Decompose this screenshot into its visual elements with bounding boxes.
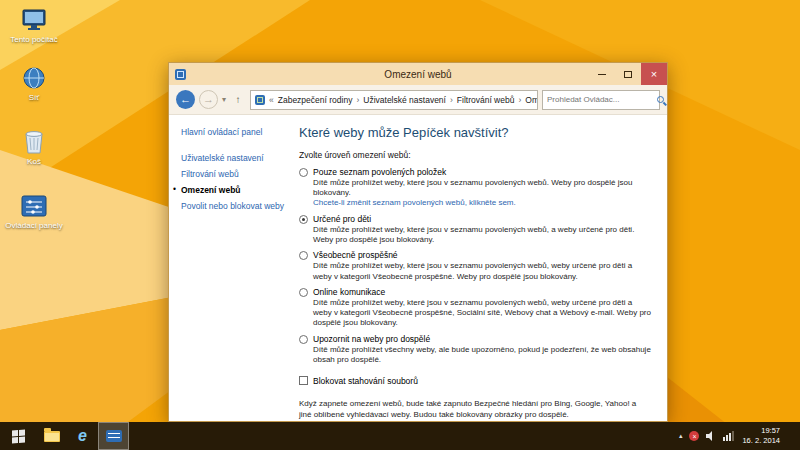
folder-icon <box>44 431 60 442</box>
desktop-icon-label: Síť <box>4 93 64 102</box>
option-label[interactable]: Všeobecně prospěšné <box>313 250 653 260</box>
chevron-up-icon: ▴ <box>679 432 683 439</box>
block-downloads-row[interactable]: Blokovat stahování souborů <box>299 376 653 386</box>
network-icon[interactable] <box>723 427 735 445</box>
breadcrumb-item-web-filtering[interactable]: Filtrování webů <box>457 95 515 105</box>
current-page-bullet-icon: • <box>173 184 176 194</box>
back-icon: ← <box>180 94 191 105</box>
clock-date: 16. 2. 2014 <box>742 436 780 446</box>
control-panel-icon <box>19 192 49 219</box>
breadcrumb-item-family-safety[interactable]: Zabezpečení rodiny <box>278 95 353 105</box>
search-box[interactable] <box>542 90 660 110</box>
sidebar: Hlavní ovládací panel Uživatelské nastav… <box>169 115 293 421</box>
close-button[interactable]: × <box>641 63 667 85</box>
taskbar-control-panel-active[interactable] <box>98 422 129 450</box>
option-description: Dítě může prohlížet weby, které jsou v s… <box>313 261 653 281</box>
option-description: Dítě může prohlížet weby, které jsou v s… <box>313 225 653 245</box>
minimize-button[interactable] <box>589 63 615 85</box>
radio-online-communication[interactable] <box>299 288 308 297</box>
restriction-level-label: Zvolte úroveň omezení webů: <box>299 150 653 160</box>
control-panel-icon <box>106 430 122 442</box>
internet-explorer-icon: e <box>78 428 87 444</box>
window-titlebar[interactable]: Omezení webů × <box>169 63 667 85</box>
page-title: Které weby může Pepíček navštívit? <box>299 125 653 140</box>
breadcrumb-separator-icon: › <box>517 95 522 105</box>
option-designed-for-children[interactable]: Určené pro děti Dítě může prohlížet weby… <box>299 214 653 245</box>
windows-logo-icon <box>12 429 25 443</box>
radio-warn-on-adult[interactable] <box>299 335 308 344</box>
globe-icon <box>19 64 49 91</box>
taskbar: e ▴ × 19:57 16. 2. 2014 <box>0 422 800 450</box>
up-button[interactable]: ↑ <box>230 94 246 105</box>
close-icon: × <box>651 68 657 80</box>
main-content: Které weby může Pepíček navštívit? Zvolt… <box>293 115 667 421</box>
option-online-communication[interactable]: Online komunikace Dítě může prohlížet we… <box>299 287 653 329</box>
search-input[interactable] <box>547 95 657 104</box>
computer-icon <box>19 6 49 33</box>
sidebar-item-web-restrictions: •Omezení webů <box>181 185 293 195</box>
forward-button[interactable]: → <box>199 90 218 109</box>
radio-allow-list-only[interactable] <box>299 168 308 177</box>
breadcrumb-separator-icon: › <box>449 95 454 105</box>
desktop-icon-recycle-bin[interactable]: Koš <box>4 128 64 166</box>
option-label[interactable]: Určené pro děti <box>313 214 653 224</box>
hidden-icons-button[interactable]: ▴ <box>679 432 683 440</box>
recycle-bin-icon <box>19 128 49 155</box>
maximize-button[interactable] <box>615 63 641 85</box>
control-panel-window: Omezení webů × ← → ▾ ↑ « Zabezpečení rod… <box>168 62 668 422</box>
maximize-icon <box>624 71 632 78</box>
taskbar-clock[interactable]: 19:57 16. 2. 2014 <box>742 426 780 446</box>
radio-designed-for-children[interactable] <box>299 215 308 224</box>
safe-search-note: Když zapnete omezení webů, bude také zap… <box>299 399 653 421</box>
sidebar-item-allow-block-websites[interactable]: Povolit nebo blokovat weby <box>181 201 293 211</box>
action-center-alert-icon[interactable]: × <box>689 431 699 441</box>
option-general-interest[interactable]: Všeobecně prospěšné Dítě může prohlížet … <box>299 250 653 281</box>
option-description: Dítě může prohlížet všechny weby, ale bu… <box>313 345 653 365</box>
taskbar-internet-explorer[interactable]: e <box>67 422 98 450</box>
system-tray: ▴ × 19:57 16. 2. 2014 <box>679 422 800 450</box>
search-icon <box>657 96 664 103</box>
option-description: Dítě může prohlížet weby, které jsou v s… <box>313 298 653 329</box>
radio-general-interest[interactable] <box>299 251 308 260</box>
volume-icon[interactable] <box>706 427 716 445</box>
option-description: Dítě může prohlížet weby, které jsou v s… <box>313 178 653 198</box>
desktop-icon-this-pc[interactable]: Tento počítač <box>4 6 64 44</box>
desktop-icon-network[interactable]: Síť <box>4 64 64 102</box>
block-downloads-checkbox[interactable] <box>299 376 308 385</box>
breadcrumb[interactable]: « Zabezpečení rodiny › Uživatelské nasta… <box>250 90 538 110</box>
option-warn-on-adult[interactable]: Upozornit na weby pro dospělé Dítě může … <box>299 334 653 365</box>
option-label[interactable]: Pouze seznam povolených položek <box>313 167 653 177</box>
desktop-icon-control-panel[interactable]: Ovládací panely <box>4 192 64 230</box>
sidebar-item-user-settings[interactable]: Uživatelské nastavení <box>181 153 293 163</box>
breadcrumb-separator-icon: › <box>355 95 360 105</box>
edit-allow-list-link[interactable]: Chcete-li změnit seznam povolených webů,… <box>313 198 653 208</box>
checkbox-label[interactable]: Blokovat stahování souborů <box>313 376 418 386</box>
option-label[interactable]: Upozornit na weby pro dospělé <box>313 334 653 344</box>
sidebar-item-control-panel-home[interactable]: Hlavní ovládací panel <box>181 127 293 137</box>
breadcrumb-overflow-icon[interactable]: « <box>268 95 275 105</box>
back-button[interactable]: ← <box>176 90 195 109</box>
breadcrumb-item-user-settings[interactable]: Uživatelské nastavení <box>363 95 446 105</box>
sidebar-item-web-filtering[interactable]: Filtrování webů <box>181 169 293 179</box>
desktop-icon-label: Tento počítač <box>4 35 64 44</box>
forward-icon: → <box>203 94 214 105</box>
up-arrow-icon: ↑ <box>236 94 241 105</box>
breadcrumb-item-web-restrictions[interactable]: Omezení webů <box>525 95 538 105</box>
taskbar-file-explorer[interactable] <box>36 422 67 450</box>
chevron-down-icon: ▾ <box>222 95 226 104</box>
desktop-icon-label: Koš <box>4 157 64 166</box>
clock-time: 19:57 <box>742 426 780 436</box>
recent-pages-dropdown[interactable]: ▾ <box>222 95 226 104</box>
location-icon <box>255 95 265 105</box>
desktop-icon-label: Ovládací panely <box>4 221 64 230</box>
option-label[interactable]: Online komunikace <box>313 287 653 297</box>
option-allow-list-only[interactable]: Pouze seznam povolených položek Dítě můž… <box>299 167 653 209</box>
start-button[interactable] <box>0 422 36 450</box>
navigation-toolbar: ← → ▾ ↑ « Zabezpečení rodiny › Uživatels… <box>169 85 667 115</box>
minimize-icon <box>598 74 606 75</box>
